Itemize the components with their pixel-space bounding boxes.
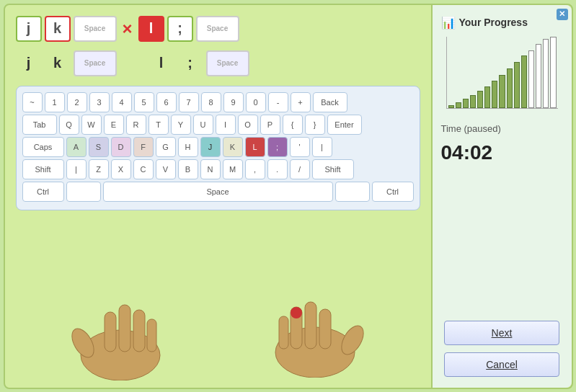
key-enter[interactable]: Enter xyxy=(327,115,362,135)
key-b[interactable]: B xyxy=(178,159,198,179)
left-panel: j k Space × l ; Space j k Space l ; Spac… xyxy=(5,5,431,388)
key-row-3: Caps A S D F G H J K L ; ' | xyxy=(22,137,414,157)
target-char-j: j xyxy=(16,16,42,42)
key-x[interactable]: X xyxy=(111,159,131,179)
key-o[interactable]: O xyxy=(238,115,258,135)
key-r[interactable]: R xyxy=(126,115,146,135)
key-7[interactable]: 7 xyxy=(179,92,199,112)
key-caps[interactable]: Caps xyxy=(22,137,64,157)
key-tilde[interactable]: ~ xyxy=(22,92,43,112)
key-rbrace[interactable]: } xyxy=(305,115,325,135)
bar-12 xyxy=(528,50,534,107)
key-quote[interactable]: ' xyxy=(290,137,310,157)
key-s[interactable]: S xyxy=(89,137,109,157)
key-l[interactable]: L xyxy=(245,137,265,157)
key-w[interactable]: W xyxy=(81,115,102,135)
key-ctrl-right[interactable]: Ctrl xyxy=(372,182,414,202)
key-alt-left[interactable] xyxy=(66,182,101,202)
bar-4 xyxy=(470,95,476,108)
key-a[interactable]: A xyxy=(66,137,87,157)
key-3[interactable]: 3 xyxy=(89,92,110,112)
svg-rect-8 xyxy=(319,309,331,349)
key-q[interactable]: Q xyxy=(59,115,79,135)
bar-9 xyxy=(507,68,513,107)
svg-point-12 xyxy=(291,307,302,318)
key-j[interactable]: J xyxy=(200,137,221,157)
left-hand xyxy=(63,280,207,380)
time-value: 04:02 xyxy=(441,141,493,164)
key-semicolon[interactable]: ; xyxy=(267,137,288,157)
key-pipe2[interactable]: | xyxy=(66,159,87,179)
cancel-button[interactable]: Cancel xyxy=(444,352,559,377)
key-back[interactable]: Back xyxy=(313,92,347,112)
key-z[interactable]: Z xyxy=(89,159,109,179)
svg-rect-4 xyxy=(133,310,145,352)
key-5[interactable]: 5 xyxy=(134,92,154,112)
key-g[interactable]: G xyxy=(156,137,176,157)
key-row-1: ~ 1 2 3 4 5 6 7 8 9 0 - + Back xyxy=(22,92,414,112)
svg-rect-3 xyxy=(119,305,130,352)
key-shift-right[interactable]: Shift xyxy=(312,159,354,179)
hands-area xyxy=(16,220,420,380)
key-period[interactable]: . xyxy=(267,159,288,179)
key-shift-left[interactable]: Shift xyxy=(22,159,64,179)
key-v[interactable]: V xyxy=(156,159,176,179)
key-d[interactable]: D xyxy=(111,137,131,157)
key-k[interactable]: K xyxy=(223,137,243,157)
key-p[interactable]: P xyxy=(260,115,280,135)
bar-7 xyxy=(492,81,497,108)
bar-11 xyxy=(521,55,527,107)
bar-14 xyxy=(543,39,549,107)
key-comma[interactable]: , xyxy=(245,159,265,179)
key-minus[interactable]: - xyxy=(268,92,288,112)
key-tab[interactable]: Tab xyxy=(22,115,57,135)
keyboard: ~ 1 2 3 4 5 6 7 8 9 0 - + Back Tab Q W E xyxy=(16,86,420,210)
key-n[interactable]: N xyxy=(200,159,221,179)
key-1[interactable]: 1 xyxy=(45,92,65,112)
key-lbrace[interactable]: { xyxy=(283,115,303,135)
right-panel: 📊 Your Progress Time (paused) 04:02 Next… xyxy=(431,5,572,388)
target-char-semi: ; xyxy=(167,16,193,42)
key-row-2: Tab Q W E R T Y U I O P { } Enter xyxy=(22,115,414,135)
key-slash[interactable]: / xyxy=(290,159,310,179)
progress-title: 📊 Your Progress xyxy=(441,16,528,30)
key-c[interactable]: C xyxy=(133,159,154,179)
target-word-area: j k Space × l ; Space xyxy=(16,16,420,42)
key-9[interactable]: 9 xyxy=(223,92,244,112)
bar-10 xyxy=(514,62,520,107)
key-i[interactable]: I xyxy=(216,115,236,135)
key-pipe[interactable]: | xyxy=(312,137,332,157)
key-e[interactable]: E xyxy=(104,115,124,135)
key-f[interactable]: F xyxy=(133,137,154,157)
svg-rect-11 xyxy=(279,316,288,349)
target-char-l: l xyxy=(138,16,164,42)
typed-l: l xyxy=(149,50,174,76)
key-y[interactable]: Y xyxy=(171,115,191,135)
typed-k: k xyxy=(45,50,71,76)
key-t[interactable]: T xyxy=(149,115,169,135)
bar-6 xyxy=(484,86,490,108)
key-0[interactable]: 0 xyxy=(246,92,266,112)
close-button[interactable]: ✕ xyxy=(557,9,568,20)
key-8[interactable]: 8 xyxy=(201,92,221,112)
chart-icon: 📊 xyxy=(441,16,456,30)
key-u[interactable]: U xyxy=(193,115,213,135)
key-ctrl-left[interactable]: Ctrl xyxy=(22,182,64,202)
typed-space1: Space xyxy=(74,50,117,76)
next-button[interactable]: Next xyxy=(444,321,559,345)
key-alt-right[interactable] xyxy=(335,182,370,202)
bar-2 xyxy=(456,102,461,108)
target-char-k: k xyxy=(45,16,71,42)
target-char-space1: Space xyxy=(74,16,117,42)
svg-rect-2 xyxy=(105,312,116,352)
bar-3 xyxy=(463,99,469,108)
key-plus[interactable]: + xyxy=(291,92,311,112)
key-2[interactable]: 2 xyxy=(67,92,87,112)
key-space[interactable]: Space xyxy=(103,182,333,202)
typed-space2: Space xyxy=(206,50,249,76)
key-6[interactable]: 6 xyxy=(156,92,177,112)
key-h[interactable]: H xyxy=(178,137,198,157)
key-4[interactable]: 4 xyxy=(112,92,132,112)
bar-15 xyxy=(550,37,556,108)
key-m[interactable]: M xyxy=(223,159,243,179)
